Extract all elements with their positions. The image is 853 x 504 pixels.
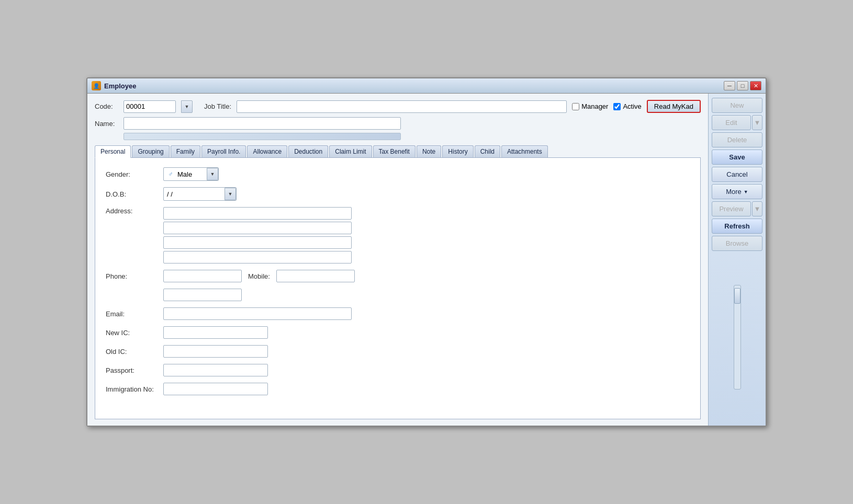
phone-section: Mobile:: [163, 270, 355, 282]
address-inputs: [163, 207, 352, 264]
save-button[interactable]: Save: [712, 150, 762, 165]
minimize-button[interactable]: ─: [724, 81, 735, 90]
refresh-button[interactable]: Refresh: [712, 219, 762, 234]
restore-button[interactable]: □: [737, 81, 748, 90]
email-row: Email:: [106, 307, 690, 320]
name-label: Name:: [95, 120, 118, 128]
job-title-input[interactable]: [237, 100, 567, 113]
mobile-label: Mobile:: [248, 272, 270, 280]
tab-content-personal: Gender: ♂ Male ▼ D.O.B: / / ▼: [95, 158, 701, 419]
more-label: More: [726, 188, 742, 196]
gender-label: Gender:: [106, 170, 163, 178]
new-ic-input[interactable]: [163, 326, 268, 339]
active-label: Active: [623, 102, 641, 110]
address-line4-input[interactable]: [163, 251, 352, 264]
delete-button[interactable]: Delete: [712, 132, 762, 147]
more-button-inner: More ▼: [714, 188, 760, 196]
immigration-label: Immigration No:: [106, 385, 163, 393]
address-label: Address:: [106, 207, 163, 215]
more-row: More ▼: [712, 184, 762, 199]
active-checkbox[interactable]: [613, 103, 621, 110]
code-label: Code:: [95, 102, 118, 110]
passport-label: Passport:: [106, 366, 163, 374]
phone-label: Phone:: [106, 272, 163, 280]
passport-input[interactable]: [163, 364, 268, 376]
tab-deduction[interactable]: Deduction: [288, 145, 328, 157]
browse-button[interactable]: Browse: [712, 236, 762, 251]
window-title: Employee: [104, 82, 136, 90]
active-checkbox-area: Active: [613, 102, 641, 110]
tab-tax-benefit[interactable]: Tax Benefit: [373, 145, 416, 157]
old-ic-row: Old IC:: [106, 345, 690, 358]
tab-attachments[interactable]: Attachments: [501, 145, 548, 157]
phone2-row: [106, 289, 690, 301]
header-row-2: Name:: [95, 117, 701, 130]
scrollbar-area: [712, 253, 762, 421]
code-input[interactable]: [124, 100, 176, 113]
gender-dropdown-button[interactable]: ▼: [207, 168, 218, 180]
read-mykad-button[interactable]: Read MyKad: [647, 100, 701, 113]
tab-grouping[interactable]: Grouping: [132, 145, 169, 157]
preview-button[interactable]: Preview: [712, 201, 751, 216]
tab-personal[interactable]: Personal: [95, 145, 131, 158]
close-button[interactable]: ✕: [750, 81, 761, 90]
more-arrow-icon: ▼: [744, 189, 748, 194]
manager-checkbox-area: Manager: [572, 102, 608, 110]
phone-row: Phone: Mobile:: [106, 270, 690, 282]
title-controls: ─ □ ✕: [724, 81, 761, 90]
edit-button[interactable]: Edit: [712, 115, 751, 130]
preview-dropdown-button[interactable]: ▼: [752, 201, 762, 216]
app-icon: 👤: [92, 81, 101, 90]
phone-input[interactable]: [163, 270, 242, 282]
main-content: Code: ▼ Job Title: Manager Active Read M…: [87, 94, 766, 426]
passport-row: Passport:: [106, 364, 690, 376]
tab-claim-limit[interactable]: Claim Limit: [329, 145, 372, 157]
old-ic-input[interactable]: [163, 345, 268, 358]
new-ic-label: New IC:: [106, 329, 163, 337]
cancel-button[interactable]: Cancel: [712, 167, 762, 182]
preview-row: Preview ▼: [712, 201, 762, 216]
new-button[interactable]: New: [712, 98, 762, 113]
code-dropdown-button[interactable]: ▼: [181, 100, 193, 113]
form-area: Code: ▼ Job Title: Manager Active Read M…: [87, 94, 708, 426]
manager-checkbox[interactable]: [572, 103, 579, 110]
manager-label: Manager: [581, 102, 608, 110]
job-title-label: Job Title:: [204, 102, 231, 110]
tab-history[interactable]: History: [442, 145, 473, 157]
old-ic-label: Old IC:: [106, 348, 163, 356]
title-bar-left: 👤 Employee: [92, 81, 136, 90]
gender-value: Male: [175, 170, 207, 178]
tab-family[interactable]: Family: [171, 145, 200, 157]
email-input[interactable]: [163, 307, 352, 320]
tab-payroll-info[interactable]: Payroll Info.: [201, 145, 246, 157]
mobile-input[interactable]: [276, 270, 355, 282]
more-button[interactable]: More ▼: [712, 184, 762, 199]
name-input[interactable]: [124, 117, 401, 130]
dob-input-wrapper[interactable]: / / ▼: [163, 187, 237, 201]
name-bar-decoration: [124, 133, 401, 140]
new-ic-row: New IC:: [106, 326, 690, 339]
employee-window: 👤 Employee ─ □ ✕ Code: ▼ Job Title: Mana…: [86, 77, 767, 427]
address-row: Address:: [106, 207, 690, 264]
email-label: Email:: [106, 310, 163, 318]
title-bar: 👤 Employee ─ □ ✕: [87, 78, 766, 94]
immigration-input[interactable]: [163, 383, 268, 395]
tab-allowance[interactable]: Allowance: [247, 145, 287, 157]
tabs-container: Personal Grouping Family Payroll Info. A…: [95, 145, 701, 158]
scroll-thumb[interactable]: [734, 288, 740, 304]
gender-select-wrapper[interactable]: ♂ Male ▼: [163, 167, 219, 181]
edit-row: Edit ▼: [712, 115, 762, 130]
tab-note[interactable]: Note: [417, 145, 441, 157]
edit-dropdown-button[interactable]: ▼: [752, 115, 762, 130]
address-line1-input[interactable]: [163, 207, 352, 220]
tab-child[interactable]: Child: [475, 145, 500, 157]
header-row-1: Code: ▼ Job Title: Manager Active Read M…: [95, 100, 701, 113]
sidebar: New Edit ▼ Delete Save Cancel More ▼ Pre…: [708, 94, 766, 426]
scroll-track[interactable]: [734, 285, 741, 390]
dob-dropdown-button[interactable]: ▼: [225, 188, 236, 200]
phone2-input[interactable]: [163, 289, 242, 301]
address-line3-input[interactable]: [163, 236, 352, 249]
address-line2-input[interactable]: [163, 222, 352, 234]
immigration-row: Immigration No:: [106, 383, 690, 395]
dob-value: / /: [164, 189, 225, 199]
